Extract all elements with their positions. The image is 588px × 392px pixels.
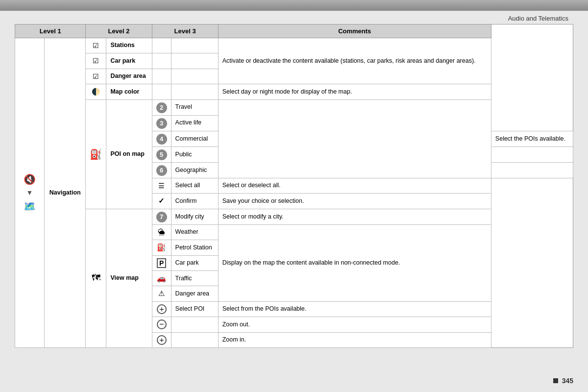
poi-label: POI on map xyxy=(110,150,144,157)
zoom-out-icon: − xyxy=(157,319,167,329)
petrol-label: Petrol Station xyxy=(175,244,212,251)
page-header: Audio and Telematics xyxy=(0,11,588,24)
traffic-icon: 🚗 xyxy=(157,274,166,282)
danger-area-label: Danger area xyxy=(110,73,146,79)
zoomout-icon-cell: − xyxy=(152,317,171,332)
mapcolor-comment: Select day or night mode for display of … xyxy=(218,84,491,99)
travel-label-cell: Travel xyxy=(171,99,218,115)
geographic-label-cell: Geographic xyxy=(171,162,218,178)
modifycity-label-cell: Modify city xyxy=(171,209,218,224)
commercial-badge-cell: 4 xyxy=(152,131,171,147)
travel-label: Travel xyxy=(175,103,192,110)
table-row: 🗺 View map 7 Modify city Select or modif… xyxy=(15,209,573,224)
danger-area-icon2: ⚠ xyxy=(158,289,165,297)
window-header-bar xyxy=(0,0,588,11)
zoomout-comment: Zoom out. xyxy=(218,317,491,332)
mapcolor-l3-label xyxy=(171,84,218,99)
level1-navigation-label: Navigation xyxy=(49,189,81,196)
badge-4: 4 xyxy=(156,134,167,145)
stations-label: Stations xyxy=(110,42,134,49)
checkbox-icon3: ☑ xyxy=(93,73,99,80)
carpark2-label: Car park xyxy=(175,259,199,266)
mapcolor-label: Map color xyxy=(110,88,139,95)
stations-icon-cell: ☑ xyxy=(86,38,106,53)
col-header-level1: Level 1 xyxy=(15,24,86,38)
badge-7: 7 xyxy=(156,212,167,222)
viewmap-label-cell: View map xyxy=(106,209,152,347)
traffic-label: Traffic xyxy=(175,275,192,282)
page-number-area: 345 xyxy=(553,377,573,385)
activelife-badge-cell: 3 xyxy=(152,115,171,131)
table-header-row: Level 1 Level 2 Level 3 Comments xyxy=(15,24,573,38)
selectall-label: Select all xyxy=(175,182,200,189)
badge-6: 6 xyxy=(156,165,167,176)
carpark2-icon-cell: P xyxy=(152,255,171,270)
checkbox-icon2: ☑ xyxy=(93,57,99,65)
selectall-comment: Select or deselect all. xyxy=(218,178,491,194)
table-row: 🌓 Map color Select day or night mode for… xyxy=(15,84,573,99)
danger2-icon-cell: ⚠ xyxy=(152,286,171,301)
selectpoi-label-cell: Select POI xyxy=(171,301,218,317)
carpark-l3-label xyxy=(171,53,218,69)
selectall-icon: ☰ xyxy=(158,182,165,190)
danger-area-l3-label xyxy=(171,69,218,84)
modifycity-badge-cell: 7 xyxy=(152,209,171,224)
selectpoi-label: Select POI xyxy=(175,305,205,312)
carpark2-label-cell: Car park xyxy=(171,255,218,270)
badge-5: 5 xyxy=(156,149,167,160)
geographic-comment xyxy=(491,162,573,178)
confirm-label-cell: Confirm xyxy=(171,194,218,209)
badge-3: 3 xyxy=(156,118,167,129)
zoomin-comment: Zoom in. xyxy=(218,332,491,347)
table-row: 🔇 ▼ 🗺️ Navigation ☑ Stations Acti xyxy=(15,38,573,53)
commercial-label-cell: Commercial xyxy=(171,131,218,147)
carpark-icon-cell: ☑ xyxy=(86,53,106,69)
mapcolor-l3-icon xyxy=(152,84,171,99)
petrol-station-icon: ⛽ xyxy=(157,243,166,251)
confirm-icon-cell: ✓ xyxy=(152,194,171,209)
traffic-icon-cell: 🚗 xyxy=(152,271,171,286)
activelife-label: Active life xyxy=(175,119,202,126)
selectall-icon-cell: ☰ xyxy=(152,178,171,194)
selectpoi-icon-cell: ＋ xyxy=(152,301,171,317)
stations-comment-cell: Activate or deactivate the content avail… xyxy=(218,38,491,84)
selectall-label-cell: Select all xyxy=(171,178,218,194)
public-badge-cell: 5 xyxy=(152,147,171,162)
petrol-label-cell: Petrol Station xyxy=(171,240,218,255)
stations-l3-icon xyxy=(152,38,171,53)
content-area: Level 1 Level 2 Level 3 Comments xyxy=(0,24,588,353)
poi-icon-cell: ⛽ xyxy=(86,99,106,209)
weather-label: Weather xyxy=(175,228,198,235)
travel-badge-cell: 2 xyxy=(152,99,171,115)
weather-icon: 🌦 xyxy=(158,228,165,236)
public-comment xyxy=(491,147,573,162)
stations-l3-label xyxy=(171,38,218,53)
mapcolor-icon-cell: 🌓 xyxy=(86,84,106,99)
weather-label-cell: Weather xyxy=(171,224,218,240)
badge-2: 2 xyxy=(156,102,167,113)
zoomin-icon-cell: ＋ xyxy=(152,332,171,347)
checkmark-icon: ✓ xyxy=(158,196,165,205)
stations-comment: Activate or deactivate the content avail… xyxy=(222,57,476,64)
page-number: 345 xyxy=(562,377,573,385)
zoomout-label-cell xyxy=(171,317,218,332)
mapcolor-label-cell: Map color xyxy=(106,84,152,99)
danger-area-icon-cell: ☑ xyxy=(86,69,106,84)
nav-main-icon: 🔇 xyxy=(24,172,36,186)
nav-sub-icon: 🗺️ xyxy=(24,199,36,213)
danger-area-label2: Danger area xyxy=(175,290,210,297)
selectpoi-comment: Select from the POIs available. xyxy=(218,301,491,317)
commercial-label: Commercial xyxy=(175,135,208,142)
weather-icon-cell: 🌦 xyxy=(152,224,171,240)
danger-area-l3-icon xyxy=(152,69,171,84)
poi-comment-cell xyxy=(218,99,491,178)
zoom-in-icon: ＋ xyxy=(157,335,167,345)
selectpoi-icon: ＋ xyxy=(157,304,167,314)
poi-label-cell: POI on map xyxy=(106,99,152,209)
confirm-label: Confirm xyxy=(175,197,197,204)
carpark-label: Car park xyxy=(110,57,135,64)
page-title: Audio and Telematics xyxy=(508,15,568,22)
public-label-cell: Public xyxy=(171,147,218,162)
table-row: ⛽ POI on map 2 Travel xyxy=(15,99,573,115)
poi-icon: ⛽ xyxy=(90,149,102,160)
